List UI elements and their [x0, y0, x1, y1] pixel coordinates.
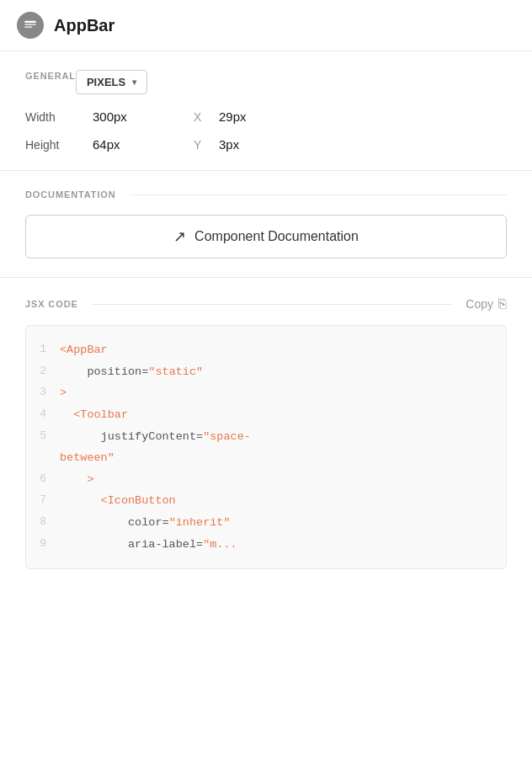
line-number: 3 [33, 382, 60, 403]
copy-icon: ⎘ [498, 296, 507, 312]
line-content: color="inherit" [60, 512, 499, 534]
line-content: > [60, 469, 499, 491]
code-line-4: 4 <Toolbar [33, 404, 499, 426]
properties-grid: Width 300px X 29px Height 64px Y 3px [25, 109, 507, 152]
copy-label: Copy [466, 297, 493, 311]
code-line-5: 5 justifyContent="space- [33, 426, 499, 448]
documentation-section: DOCUMENTATION ↗︎ Component Documentation [0, 171, 532, 278]
line-number: 8 [33, 512, 60, 533]
component-documentation-button[interactable]: ↗︎ Component Documentation [25, 215, 507, 258]
documentation-button-label: Component Documentation [194, 229, 359, 244]
chevron-down-icon: ▾ [132, 77, 136, 87]
jsx-section: JSX CODE Copy ⎘ 1 <AppBar 2 position="st… [0, 278, 532, 569]
code-block: 1 <AppBar 2 position="static" 3 > 4 <Too… [25, 325, 507, 569]
general-section-label: GENERAL [25, 71, 76, 81]
line-content: <IconButton [60, 490, 499, 512]
x-value: 29px [219, 109, 286, 124]
units-dropdown-label: PIXELS [87, 76, 125, 88]
line-content: <AppBar [60, 339, 499, 361]
y-label: Y [194, 138, 219, 152]
code-line-5b: between" [33, 447, 499, 469]
width-value: 300px [93, 109, 194, 124]
header-svg-icon [23, 18, 38, 33]
line-number: 6 [33, 469, 60, 490]
doc-section-header: DOCUMENTATION [25, 189, 507, 200]
units-dropdown[interactable]: PIXELS ▾ [76, 70, 147, 94]
jsx-section-header: JSX CODE Copy ⎘ [25, 296, 507, 312]
svg-rect-0 [24, 21, 36, 23]
width-label: Width [25, 110, 93, 124]
height-label: Height [25, 138, 93, 152]
line-content: aria-label="m... [60, 534, 499, 556]
code-line-9: 9 aria-label="m... [33, 534, 499, 556]
external-link-icon: ↗︎ [173, 227, 186, 246]
x-label: X [194, 110, 219, 124]
code-line-1: 1 <AppBar [33, 339, 499, 361]
doc-divider [130, 194, 507, 195]
copy-button[interactable]: Copy ⎘ [466, 296, 507, 312]
app-header: AppBar [0, 0, 532, 51]
line-content: > [60, 382, 499, 404]
code-line-8: 8 color="inherit" [33, 512, 499, 534]
jsx-divider [92, 304, 453, 305]
line-number: 2 [33, 361, 60, 382]
line-content: between" [60, 447, 499, 469]
svg-rect-2 [24, 27, 32, 28]
code-line-6: 6 > [33, 469, 499, 491]
line-number: 9 [33, 534, 60, 555]
documentation-label: DOCUMENTATION [25, 189, 116, 200]
line-content: position="static" [60, 361, 499, 383]
line-content: <Toolbar [60, 404, 499, 426]
code-line-7: 7 <IconButton [33, 490, 499, 512]
general-section: GENERAL PIXELS ▾ Width 300px X 29px Heig… [0, 51, 532, 171]
height-value: 64px [93, 137, 194, 152]
line-number: 5 [33, 426, 60, 447]
y-value: 3px [219, 137, 286, 152]
jsx-code-label: JSX CODE [25, 299, 78, 309]
line-content: justifyContent="space- [60, 426, 499, 448]
code-line-3: 3 > [33, 382, 499, 404]
line-number: 1 [33, 339, 60, 360]
svg-rect-1 [24, 24, 36, 25]
line-number: 4 [33, 404, 60, 425]
general-section-row: GENERAL PIXELS ▾ [25, 70, 507, 94]
page-title: AppBar [54, 16, 114, 35]
line-number: 7 [33, 490, 60, 511]
appbar-icon [17, 12, 44, 39]
code-line-2: 2 position="static" [33, 361, 499, 383]
